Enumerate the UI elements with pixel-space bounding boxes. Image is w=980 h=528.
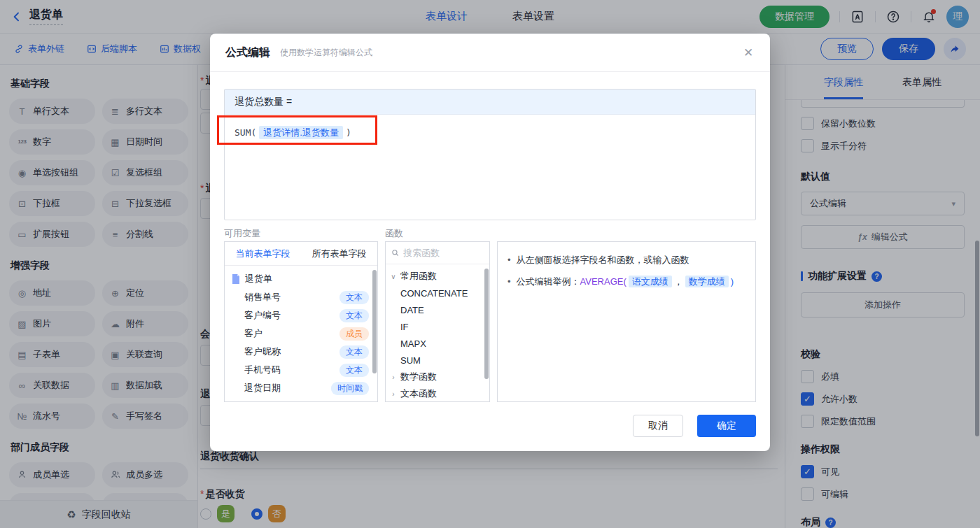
document-icon [232,274,240,284]
cancel-button[interactable]: 取消 [633,415,683,437]
type-badge: 文本 [340,309,369,322]
caret-down-icon: ∨ [390,273,397,280]
variables-tabs: 当前表单字段 所有表单字段 [225,242,377,266]
variable-row[interactable]: 退货日期时间戳 [225,379,377,397]
help-tip: • 从左侧面板选择字段名和函数，或输入函数 [507,253,746,267]
functions-label: 函数 [385,227,403,240]
help-example: • 公式编辑举例：AVERAGE(语文成绩，数学成绩) [507,275,746,289]
function-group-text[interactable]: ›文本函数 [386,385,489,402]
variable-row[interactable]: 销售单号文本 [225,288,377,306]
tab-all-form-fields[interactable]: 所有表单字段 [301,242,377,265]
variable-row[interactable]: 客户编号文本 [225,306,377,324]
caret-right-icon: › [390,390,397,398]
variable-row[interactable]: 手机号码文本 [225,361,377,379]
function-group-common[interactable]: ∨常用函数 [386,268,489,285]
function-item[interactable]: DATE [386,301,489,318]
example-variable-chip: 数学成绩 [685,276,729,287]
functions-panel: ∨常用函数 CONCATENATE DATE IF MAPX SUM ›数学函数… [385,241,490,402]
modal-footer: 取消 确定 [633,415,756,437]
variable-row[interactable]: 客户昵称文本 [225,343,377,361]
formula-expression[interactable]: SUM(退货详情.退货数量) [225,115,755,151]
modal-header: 公式编辑 使用数学运算符编辑公式 ✕ [210,34,770,72]
functions-scrollbar[interactable] [484,269,489,379]
example-variable-chip: 语文成绩 [629,276,672,287]
type-badge: 文本 [340,345,369,359]
formula-help-panel: • 从左侧面板选择字段名和函数，或输入函数 • 公式编辑举例：AVERAGE(语… [497,241,756,402]
confirm-button[interactable]: 确定 [697,415,756,437]
variables-label: 可用变量 [224,227,260,240]
tab-current-form-fields[interactable]: 当前表单字段 [225,242,301,265]
example-function: AVERAGE( [580,276,626,287]
type-badge: 文本 [340,291,369,304]
formula-target: 退货总数量 = [225,90,755,115]
formula-function: SUM( [234,127,256,138]
variables-scrollbar[interactable] [372,270,377,373]
app-window: 退货单 表单设计 表单设置 数据管理 理 表单外链 [0,0,980,528]
type-badge: 时间戳 [331,382,369,395]
function-item[interactable]: CONCATENATE [386,285,489,301]
close-icon[interactable]: ✕ [742,47,755,59]
formula-close-paren: ) [346,127,351,138]
variable-row[interactable]: 客户成员 [225,324,377,343]
variables-panel: 当前表单字段 所有表单字段 退货单 销售单号文本 客户编号文本 客户成员 客户昵… [224,241,378,402]
function-item[interactable]: IF [386,318,489,335]
caret-right-icon: › [390,373,397,381]
function-search-input[interactable] [403,248,484,258]
formula-editor-modal: 公式编辑 使用数学运算符编辑公式 ✕ 退货总数量 = SUM(退货详情.退货数量… [210,34,770,451]
formula-editor-box: 退货总数量 = SUM(退货详情.退货数量) [224,89,756,220]
function-item[interactable]: MAPX [386,335,489,352]
function-group-math[interactable]: ›数学函数 [386,369,489,385]
type-badge: 成员 [340,327,369,341]
function-search[interactable] [386,242,489,264]
formula-variable-chip[interactable]: 退货详情.退货数量 [259,126,343,139]
type-badge: 文本 [340,364,369,377]
tree-root-form[interactable]: 退货单 [225,270,377,288]
modal-subtitle: 使用数学运算符编辑公式 [280,47,372,59]
function-item[interactable]: SUM [386,352,489,369]
variables-tree: 退货单 销售单号文本 客户编号文本 客户成员 客户昵称文本 手机号码文本 退货日… [225,266,377,397]
modal-title: 公式编辑 [225,45,270,60]
search-icon [391,248,399,257]
